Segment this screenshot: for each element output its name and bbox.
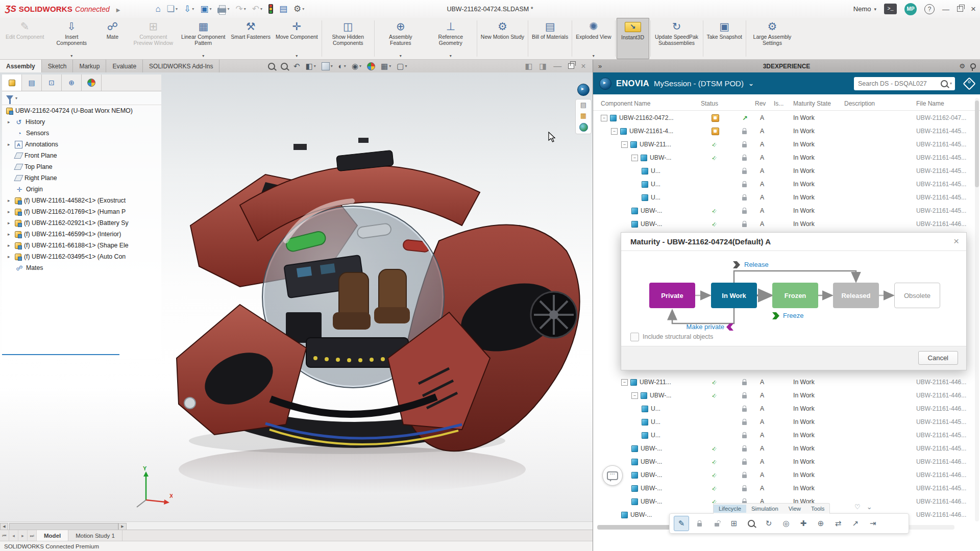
save-button[interactable]: ▣▾: [198, 4, 213, 15]
table-row[interactable]: U...AIn WorkUBW-21161-446...: [593, 402, 980, 415]
insert-components-dropdown-icon[interactable]: ▾: [70, 54, 72, 59]
expand-arrow-icon[interactable]: ▸: [8, 142, 12, 147]
update-speedpak-subassemblies-button[interactable]: ↻Update SpeedPak Subassemblies: [652, 18, 702, 59]
tab-solidworks-add-ins[interactable]: SOLIDWORKS Add-Ins: [143, 60, 219, 72]
maturity-state-in-work[interactable]: In Work: [711, 283, 757, 308]
tree-item--f-ubw-21162-02921-1-battery[interactable]: ▸(f) UBW-21162-02921<1> (Battery Sy: [2, 217, 161, 229]
table-row[interactable]: −UBW-211...✓AIn WorkUBW-21161-446...: [593, 375, 980, 389]
minimize-button[interactable]: —: [942, 5, 949, 13]
instant3d-button[interactable]: ↘Instant3D: [617, 18, 649, 59]
column-header-description[interactable]: Description: [844, 100, 875, 107]
compass-icon[interactable]: [577, 84, 590, 96]
take-snapshot-button[interactable]: ▣Take Snapshot: [704, 18, 745, 59]
minimize-icon[interactable]: —: [553, 62, 561, 71]
tab-evaluate[interactable]: Evaluate: [106, 60, 143, 72]
tab-assembly[interactable]: Assembly: [0, 60, 42, 72]
table-row[interactable]: U...AIn WorkUBW-21161-445...: [593, 164, 980, 178]
cancel-button[interactable]: Cancel: [918, 351, 958, 365]
explore-item-button[interactable]: [744, 516, 758, 531]
grid-icon[interactable]: ▦: [580, 112, 586, 119]
item-index-icon[interactable]: ▤: [580, 102, 586, 109]
expand-arrow-icon[interactable]: ▸: [8, 243, 12, 248]
insert-component-button[interactable]: ⊕: [814, 516, 828, 531]
restore-icon[interactable]: [568, 62, 574, 71]
previous-view-icon[interactable]: ↶: [293, 62, 300, 71]
table-row[interactable]: UBW-...✓AIn WorkUBW-21161-446...: [593, 468, 980, 482]
split-right-icon[interactable]: ◨: [539, 61, 547, 71]
release-link[interactable]: Release: [744, 261, 769, 268]
insert-components-button[interactable]: ⇩Insert Components▾: [46, 18, 96, 59]
table-row[interactable]: UBW-...✓AIn WorkUBW-21161-445...: [593, 204, 980, 217]
view-orientation-icon[interactable]: ▾: [322, 62, 333, 70]
assembly-features-button[interactable]: ⊕Assembly Features▾: [376, 18, 426, 59]
column-header-component-name[interactable]: Component Name: [601, 100, 650, 107]
viewport-h-scrollbar[interactable]: ◀ ▶: [0, 521, 593, 530]
expand-arrow-icon[interactable]: ▸: [8, 119, 12, 124]
unlock-item-button[interactable]: [709, 516, 724, 531]
tab-nav-3-icon[interactable]: ⏭: [28, 530, 37, 541]
maturity-state-obsolete[interactable]: Obsolete: [894, 283, 940, 308]
display-style-icon[interactable]: ◐▾: [338, 62, 346, 70]
dimxpert-manager-tab[interactable]: ⊕: [62, 74, 82, 91]
table-row[interactable]: −UBW-...✓AIn WorkUBW-21161-445...: [593, 151, 980, 164]
tree-item--f-ubw-21162-01769-1-human-p[interactable]: ▸(f) UBW-21162-01769<1> (Human P: [2, 206, 161, 217]
collapse-icon[interactable]: −: [621, 379, 628, 386]
help-icon[interactable]: ?: [924, 4, 935, 14]
exploded-view-button[interactable]: ✺Exploded View▾: [573, 18, 614, 59]
large-assembly-settings-button[interactable]: ⚙Large Assembly Settings: [747, 18, 797, 59]
column-header-file-name[interactable]: File Name: [916, 100, 944, 107]
tree-item-right-plane[interactable]: Right Plane: [2, 172, 161, 184]
scrollbar-thumb[interactable]: [9, 523, 118, 530]
compass-icon[interactable]: [599, 78, 611, 90]
save-dropdown-icon[interactable]: ▾: [209, 7, 211, 11]
collapse-icon[interactable]: −: [631, 392, 638, 399]
new-revision-button[interactable]: ✚: [796, 516, 811, 531]
print-button[interactable]: ▾: [215, 4, 231, 14]
restore-button[interactable]: [957, 6, 963, 12]
maturity-state-private[interactable]: Private: [649, 283, 695, 308]
reference-geometry-button[interactable]: ⊥Reference Geometry▾: [426, 18, 476, 59]
tab-sketch[interactable]: Sketch: [42, 60, 74, 72]
close-icon[interactable]: ×: [581, 62, 585, 71]
new-motion-study-button[interactable]: ⚙New Motion Study: [478, 18, 527, 59]
tab-nav-2-icon[interactable]: ▸: [18, 530, 28, 541]
command-console-icon[interactable]: >_: [884, 4, 897, 14]
toolbar-collapse-icon[interactable]: ⌄: [867, 503, 872, 511]
zoom-fit-icon[interactable]: [268, 63, 275, 70]
expand-arrow-icon[interactable]: ▸: [8, 220, 12, 226]
maturity-state-frozen[interactable]: Frozen: [772, 283, 818, 308]
duplicate-item-button[interactable]: ⊞: [727, 516, 741, 531]
tree-item-mates[interactable]: ☍Mates: [2, 262, 161, 273]
model-tab-motion-study-1[interactable]: Motion Study 1: [68, 530, 122, 541]
tree-item--f-ubw-21161-66188-1-shape-e[interactable]: ▸(f) UBW-21161-66188<1> (Shape Ele: [2, 240, 161, 251]
options-list-button[interactable]: ▤: [277, 4, 289, 15]
table-row[interactable]: U...AIn WorkUBW-21161-445...: [593, 191, 980, 204]
user-name[interactable]: Nemo: [853, 5, 871, 13]
linear-component-pattern-dropdown-icon[interactable]: ▾: [202, 54, 204, 59]
feature-manager-tab[interactable]: [2, 74, 22, 91]
panel-tab-simulation[interactable]: Simulation: [746, 505, 783, 513]
tree-item-origin[interactable]: ✛Origin: [2, 184, 161, 195]
versions-item-button[interactable]: ◎: [779, 516, 793, 531]
tree-item--f-ubw-21161-46599-1-interio[interactable]: ▸(f) UBW-21161-46599<1> (Interior): [2, 229, 161, 240]
display-manager-tab[interactable]: [82, 74, 102, 91]
column-header-is-[interactable]: Is...: [774, 100, 783, 107]
show-hidden-components-button[interactable]: ◫Show Hidden Components: [323, 18, 373, 59]
edit-item-button[interactable]: ✎: [674, 516, 689, 531]
property-manager-tab[interactable]: ▤: [22, 74, 42, 91]
mate-button[interactable]: ☍Mate: [96, 18, 128, 59]
hide-show-items-icon[interactable]: ◉▾: [352, 62, 361, 71]
tag-icon[interactable]: [963, 77, 975, 90]
export-item-button[interactable]: ⇥: [866, 516, 880, 531]
tree-item--f-ubw-21161-44582-1-exostru[interactable]: ▸(f) UBW-21161-44582<1> (Exostruct: [2, 195, 161, 206]
split-left-icon[interactable]: ◧: [525, 61, 532, 71]
tree-item-top-plane[interactable]: Top Plane: [2, 161, 161, 172]
search-chevron-icon[interactable]: ▾: [950, 81, 952, 86]
filter-icon[interactable]: [6, 95, 13, 101]
expand-arrow-icon[interactable]: ▸: [8, 232, 12, 237]
dialog-close-icon[interactable]: ×: [953, 236, 959, 247]
panel-pin-icon[interactable]: [970, 63, 976, 69]
home-button[interactable]: ⌂: [154, 4, 163, 15]
make-private-link[interactable]: Make private: [678, 323, 724, 331]
maturity-state-released[interactable]: Released: [833, 283, 879, 308]
